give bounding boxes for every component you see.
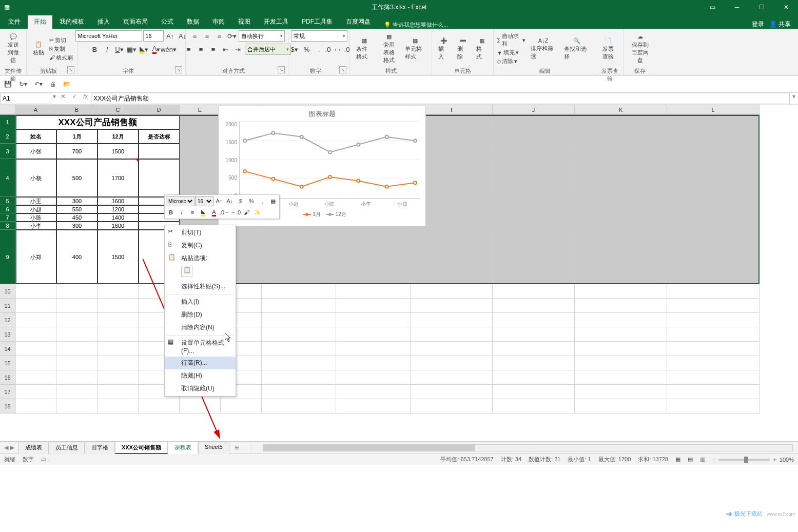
cell-C18[interactable] (98, 399, 139, 413)
login-link[interactable]: 登录 (752, 20, 764, 29)
underline-button[interactable]: U▾ (114, 44, 125, 55)
tcell-A6[interactable]: 小赵 (15, 205, 56, 213)
tab-mytemplates[interactable]: 我的模板 (53, 15, 90, 29)
cell-I12[interactable] (411, 313, 493, 327)
mini-fillcolor[interactable]: ◣ (198, 207, 208, 218)
cell-H18[interactable] (336, 399, 411, 413)
col-header-K[interactable]: K (575, 105, 667, 115)
tab-view[interactable]: 视图 (232, 15, 257, 29)
copy-button[interactable]: ⎘复制 (49, 45, 73, 53)
tab-devtools[interactable]: 开发工具 (258, 15, 295, 29)
tcell-C5[interactable]: 1600 (98, 197, 139, 205)
cell-A18[interactable] (15, 399, 56, 413)
ctx-设置单元格格式(F)...[interactable]: ▦设置单元格格式(F)... (165, 337, 236, 357)
minimize-button[interactable]: ─ (725, 0, 749, 14)
cell-L3[interactable] (667, 144, 760, 159)
mini-currency[interactable]: $ (236, 196, 246, 206)
cell-G15[interactable] (262, 356, 336, 370)
cell-J2[interactable] (493, 129, 575, 144)
ctx-行高(R)...[interactable]: 行高(R)... (165, 357, 236, 369)
cell-C14[interactable] (98, 342, 139, 356)
mini-decimal-dec[interactable]: ←.0 (230, 207, 241, 218)
tcell-C6[interactable]: 1200 (98, 205, 139, 213)
row-header-5[interactable]: 5 (0, 197, 15, 205)
cell-I13[interactable] (411, 327, 493, 342)
align-launcher[interactable]: ↘ (278, 66, 285, 73)
tcell-B2[interactable]: 1月 (56, 129, 98, 144)
row-header-18[interactable]: 18 (0, 399, 15, 413)
italic-button[interactable]: I (102, 44, 113, 55)
cell-J16[interactable] (493, 370, 575, 385)
cell-I16[interactable] (411, 370, 493, 385)
close-button[interactable]: ✕ (774, 0, 798, 14)
mini-decimal-inc[interactable]: .0→ (220, 207, 230, 218)
tcell-C4[interactable]: 1700 (98, 159, 139, 197)
share-button[interactable]: 👤 共享 (769, 20, 791, 29)
cell-J5[interactable] (493, 197, 575, 205)
cell-J9[interactable] (493, 230, 575, 284)
mini-formatpainter[interactable]: 🖌 (241, 207, 251, 218)
tab-baidudisk[interactable]: 百度网盘 (340, 15, 377, 29)
tcell-C8[interactable]: 1600 (98, 222, 139, 230)
ctx-删除(D)[interactable]: 删除(D) (165, 308, 236, 321)
col-header-A[interactable]: A (15, 105, 56, 115)
fill-button[interactable]: ▼填充▾ (497, 49, 525, 56)
cell-A16[interactable] (15, 370, 56, 385)
tab-insert[interactable]: 插入 (91, 15, 116, 29)
tell-me[interactable]: 💡 告诉我您想要做什么... (384, 21, 448, 29)
tcell-C3[interactable]: 1500 (98, 144, 139, 159)
cell-E4[interactable] (180, 159, 221, 197)
cell-L16[interactable] (667, 370, 760, 385)
cell-L6[interactable] (667, 205, 760, 213)
tcell-D2[interactable]: 是否达标 (139, 129, 180, 144)
sheet-tab-3[interactable]: XXX公司销售额 (115, 442, 168, 454)
tcell-B6[interactable]: 550 (56, 205, 98, 213)
cancel-formula[interactable]: ✕ (57, 93, 69, 104)
border-button[interactable]: ▦▾ (126, 44, 138, 55)
mini-fontcolor[interactable]: A (209, 207, 219, 218)
cell-L8[interactable] (667, 222, 760, 230)
cell-K12[interactable] (575, 313, 667, 327)
cell-H11[interactable] (336, 299, 411, 313)
cell-H16[interactable] (336, 370, 411, 385)
save-button[interactable]: 💾 (4, 81, 12, 88)
font-select[interactable] (75, 30, 142, 42)
cell-B18[interactable] (56, 399, 98, 413)
cell-K5[interactable] (575, 197, 667, 205)
align-center-button[interactable]: ≡ (196, 44, 207, 55)
tab-data[interactable]: 数据 (181, 15, 205, 29)
cell-K14[interactable] (575, 342, 667, 356)
cell-I14[interactable] (411, 342, 493, 356)
cell-C11[interactable] (98, 299, 139, 313)
cell-B10[interactable] (56, 284, 98, 299)
formula-bar[interactable] (91, 93, 790, 104)
view-pagebreak[interactable]: ▥ (700, 456, 705, 463)
tab-file[interactable]: 文件 (2, 15, 27, 29)
cell-B15[interactable] (56, 356, 98, 370)
fontsize-select[interactable] (143, 30, 164, 42)
cell-B12[interactable] (56, 313, 98, 327)
cell-L1[interactable] (667, 115, 760, 129)
zoom-in[interactable]: + (773, 457, 776, 463)
cell-L17[interactable] (667, 385, 760, 399)
row-header-8[interactable]: 8 (0, 222, 15, 230)
cell-K18[interactable] (575, 399, 667, 413)
cell-G12[interactable] (262, 313, 336, 327)
cell-H10[interactable] (336, 284, 411, 299)
font-launcher[interactable]: ↘ (175, 66, 182, 73)
cell-G11[interactable] (262, 299, 336, 313)
ribbon-options-icon[interactable]: ▭ (700, 0, 724, 14)
sheet-tab-5[interactable]: Sheet5 (198, 442, 229, 454)
tcell-B5[interactable]: 300 (56, 197, 98, 205)
sheet-tab-1[interactable]: 员工信息 (49, 442, 85, 454)
cell-J4[interactable] (493, 159, 575, 197)
row-header-14[interactable]: 14 (0, 342, 15, 356)
send-wechat-button[interactable]: 💬发送 到微信 (3, 31, 23, 66)
ctx-pasteopt[interactable]: 📋 (165, 265, 236, 280)
tcell-A3[interactable]: 小张 (15, 144, 56, 159)
cell-K13[interactable] (575, 327, 667, 342)
cell-D18[interactable] (139, 399, 180, 413)
ctx-复制(C)[interactable]: ⎘复制(C) (165, 239, 236, 252)
ctx-取消隐藏(U)[interactable]: 取消隐藏(U) (165, 382, 236, 395)
cell-C15[interactable] (98, 356, 139, 370)
